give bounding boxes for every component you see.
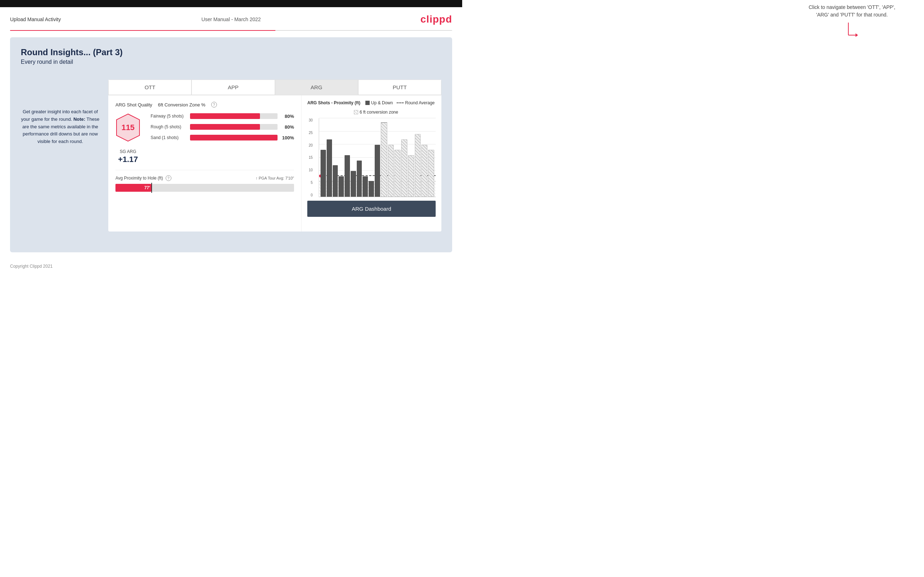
tab-putt[interactable]: PUTT xyxy=(358,79,441,95)
bar-pct-sand: 100% xyxy=(281,135,294,140)
bar-fairway xyxy=(190,113,278,119)
bar-2 xyxy=(326,139,332,197)
chart-area: 8 xyxy=(319,118,436,197)
legend-6ft-label: 6 ft conversion zone xyxy=(360,110,398,115)
y-label-0: 0 xyxy=(309,193,313,197)
footer: Copyright Clippd 2021 xyxy=(0,259,462,274)
conversion-zone-label: 6ft Conversion Zone % xyxy=(158,102,205,108)
note-label: Note: xyxy=(74,116,86,122)
header-divider xyxy=(10,30,452,31)
shots-section: Fairway (5 shots) 80% Rough (5 shots) xyxy=(150,113,294,145)
y-label-5: 5 xyxy=(309,181,313,185)
shot-quality-header: ARG Shot Quality 6ft Conversion Zone % ? xyxy=(115,102,294,108)
copyright: Copyright Clippd 2021 xyxy=(10,264,53,269)
content-area: Get greater insight into each facet of y… xyxy=(21,79,441,232)
pga-avg: ↑ PGA Tour Avg: 7'10" xyxy=(256,176,294,180)
tab-ott[interactable]: OTT xyxy=(108,79,191,95)
shot-row-fairway: Fairway (5 shots) 80% xyxy=(150,113,294,119)
page-subtitle: Every round in detail xyxy=(21,59,123,65)
shot-row-sand: Sand (1 shots) 100% xyxy=(150,135,294,140)
right-arg-section: ARG Shots - Proximity (ft) Up & Down Rou… xyxy=(302,95,441,232)
sg-value: +1.17 xyxy=(118,155,138,164)
shot-row-rough: Rough (5 shots) 80% xyxy=(150,124,294,130)
proximity-label-text: Avg Proximity to Hole (ft) xyxy=(115,176,163,181)
bar-sand xyxy=(190,135,278,140)
bar-7 xyxy=(357,161,362,197)
chart-header: ARG Shots - Proximity (ft) Up & Down Rou… xyxy=(307,100,436,115)
chart-title: ARG Shots - Proximity (ft) xyxy=(307,100,360,105)
bar-10 xyxy=(375,145,380,197)
bar-rough xyxy=(190,124,278,130)
shot-label-sand: Sand (1 shots) xyxy=(150,135,186,140)
center-panel: OTT APP ARG PUTT ARG Shot Quality 6ft Co… xyxy=(108,79,441,232)
hexagon-container: 115 SG ARG +1.17 xyxy=(115,113,141,164)
bars-container xyxy=(319,118,436,197)
proximity-section: Avg Proximity to Hole (ft) ? ↑ PGA Tour … xyxy=(115,170,294,192)
bar-h2 xyxy=(394,150,401,197)
proximity-help-icon[interactable]: ? xyxy=(166,175,171,181)
legend-box-dark xyxy=(365,101,370,105)
bar-3 xyxy=(333,165,338,197)
left-panel: Get greater insight into each facet of y… xyxy=(21,79,100,232)
shot-label-fairway: Fairway (5 shots) xyxy=(150,114,186,119)
sg-section: SG ARG +1.17 xyxy=(118,149,138,164)
proximity-cursor xyxy=(151,183,152,193)
help-icon[interactable]: ? xyxy=(211,102,217,108)
proximity-bar-fill: 77' xyxy=(115,184,151,192)
upload-link[interactable]: Upload Manual Activity xyxy=(10,16,61,22)
legend-up-down: Up & Down xyxy=(365,100,393,105)
y-label-10: 10 xyxy=(309,168,313,172)
tab-app[interactable]: APP xyxy=(191,79,275,95)
legend-up-down-label: Up & Down xyxy=(371,100,393,105)
tabs: OTT APP ARG PUTT xyxy=(108,79,441,95)
sg-label: SG ARG xyxy=(118,149,138,154)
proximity-value: 77' xyxy=(144,185,151,190)
top-bar xyxy=(0,0,462,7)
legend-dash xyxy=(397,103,404,103)
main-content: Round Insights... (Part 3) Every round i… xyxy=(10,37,452,252)
shot-quality-label: ARG Shot Quality xyxy=(115,102,152,108)
legend-round-avg: Round Average xyxy=(397,100,435,105)
bar-pct-fairway: 80% xyxy=(281,114,294,119)
y-label-25: 25 xyxy=(309,131,313,135)
arg-content: ARG Shot Quality 6ft Conversion Zone % ? xyxy=(108,95,441,232)
bar-1 xyxy=(321,150,326,197)
bar-h7 xyxy=(428,150,434,197)
bar-h4 xyxy=(408,155,414,197)
hexagon: 115 xyxy=(115,113,141,142)
arg-dashboard-button[interactable]: ARG Dashboard xyxy=(307,201,436,217)
bar-h3 xyxy=(401,139,407,197)
insight-text: Get greater insight into each facet of y… xyxy=(21,108,100,145)
bar-5 xyxy=(344,155,350,197)
logo: clippd xyxy=(421,14,452,25)
header: Upload Manual Activity User Manual - Mar… xyxy=(0,7,462,30)
left-arg-section: ARG Shot Quality 6ft Conversion Zone % ? xyxy=(108,95,302,232)
hexagon-value: 115 xyxy=(121,123,135,132)
y-label-30: 30 xyxy=(309,118,313,122)
legend-round-avg-label: Round Average xyxy=(405,100,435,105)
bar-6 xyxy=(351,171,356,197)
bar-h6 xyxy=(421,145,427,197)
legend-6ft: 6 ft conversion zone xyxy=(354,110,436,115)
bar-h1 xyxy=(388,145,394,197)
proximity-label: Avg Proximity to Hole (ft) ? xyxy=(115,175,171,181)
shot-label-rough: Rough (5 shots) xyxy=(150,124,186,129)
bar-pct-rough: 80% xyxy=(281,124,294,130)
tab-arg[interactable]: ARG xyxy=(275,79,358,95)
bar-9 xyxy=(368,181,374,197)
bar-tall-hatch xyxy=(381,122,387,197)
bar-4 xyxy=(338,176,344,197)
y-label-20: 20 xyxy=(309,143,313,147)
page-title: Round Insights... (Part 3) xyxy=(21,47,123,57)
legend-hatch-box xyxy=(354,110,358,114)
proximity-bar-container: 77' xyxy=(115,184,294,192)
y-label-15: 15 xyxy=(309,156,313,160)
bar-8 xyxy=(362,176,368,197)
proximity-header: Avg Proximity to Hole (ft) ? ↑ PGA Tour … xyxy=(115,175,294,181)
manual-label: User Manual - March 2022 xyxy=(202,16,261,22)
bar-h5 xyxy=(415,134,421,197)
